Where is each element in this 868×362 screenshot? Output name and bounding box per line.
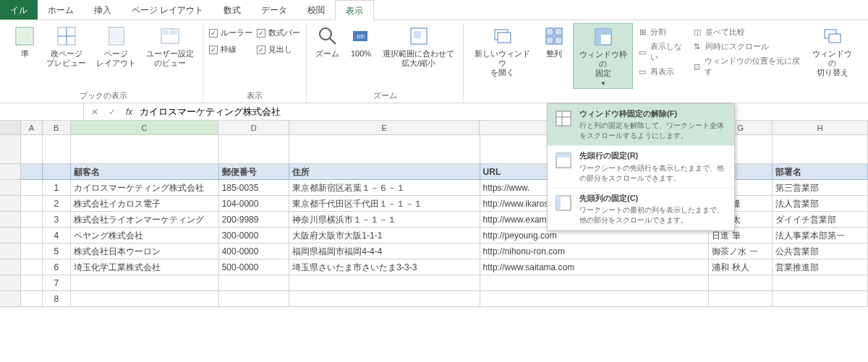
cell-postcode[interactable]: 400-0000 <box>219 244 290 259</box>
tab-page-layout[interactable]: ページ レイアウト <box>122 0 213 20</box>
col-header-a[interactable]: A <box>21 121 42 134</box>
formula-input[interactable] <box>140 106 868 117</box>
normal-view-button[interactable]: 準 <box>10 23 39 60</box>
tab-formulas[interactable]: 数式 <box>213 0 251 20</box>
col-header-d[interactable]: D <box>218 121 289 134</box>
new-window-button[interactable]: 新しいウィンドウ を開く <box>469 23 535 79</box>
col-header-h[interactable]: H <box>773 121 868 134</box>
cell-customer[interactable]: ペヤング株式会社 <box>71 228 219 244</box>
col-header-e[interactable]: E <box>289 121 480 134</box>
freeze-panes-button[interactable]: ウィンドウ枠の 固定▼ <box>573 23 633 89</box>
row-header[interactable] <box>0 228 21 244</box>
cell-address[interactable] <box>289 291 480 307</box>
cell-num[interactable]: 3 <box>43 212 71 228</box>
select-all-corner[interactable] <box>0 121 21 134</box>
split-button[interactable]: ⊞分割 <box>637 26 687 38</box>
cell-customer[interactable]: カイロスマーケティング株式会社 <box>71 180 219 196</box>
row-header[interactable] <box>0 259 21 275</box>
row-header[interactable] <box>0 291 21 307</box>
header-customer[interactable]: 顧客名 <box>71 164 219 180</box>
tab-file[interactable]: イル <box>0 0 38 20</box>
cell-customer[interactable] <box>71 275 219 291</box>
tab-home[interactable]: ホーム <box>38 0 84 20</box>
cell-address[interactable] <box>289 275 480 291</box>
cell-address[interactable]: 東京都新宿区若葉１－６－１ <box>289 180 480 196</box>
freeze-top-row-item[interactable]: 先頭行の固定(R)ワークシートの先頭行を表示したままで、他の部分をスクロールでき… <box>548 146 734 188</box>
view-side-by-side-button[interactable]: ◫並べて比較 <box>692 26 803 38</box>
cell-postcode[interactable]: 200-9989 <box>219 212 290 228</box>
zoom-100-button[interactable]: 100100% <box>346 23 375 60</box>
unfreeze-panes-item[interactable]: ウィンドウ枠固定の解除(F)行と列の固定を解除して、ワークシート全体をスクロール… <box>548 104 734 146</box>
tab-insert[interactable]: 挿入 <box>84 0 122 20</box>
cell-address[interactable]: 大阪府大阪市大阪1-1-1 <box>289 228 480 244</box>
cell-dept[interactable]: 法人営業部 <box>773 196 868 212</box>
cell-customer[interactable]: 株式会社イカロス電子 <box>71 196 219 212</box>
cell-url[interactable] <box>480 275 710 291</box>
cell-num[interactable]: 6 <box>43 259 71 275</box>
tab-view[interactable]: 表示 <box>335 0 374 20</box>
col-header-c[interactable]: C <box>71 121 219 134</box>
cell-postcode[interactable]: 104-0000 <box>219 196 290 212</box>
ruler-checkbox[interactable]: ✓ルーラー <box>209 27 252 38</box>
cell-url[interactable] <box>480 291 710 307</box>
cell-dept[interactable]: 法人事業本部第一 <box>773 228 868 244</box>
zoom-button[interactable]: ズーム <box>312 23 342 60</box>
page-break-preview-button[interactable]: 改ページ プレビュー <box>43 23 89 69</box>
enter-icon[interactable]: ✓ <box>106 107 119 117</box>
fx-label[interactable]: fx <box>123 107 135 117</box>
row-header[interactable] <box>0 180 21 196</box>
cell-num[interactable]: 1 <box>43 180 71 196</box>
cell-postcode[interactable]: 185-0035 <box>219 180 290 196</box>
cell-num[interactable]: 7 <box>43 275 71 291</box>
row-header[interactable] <box>0 196 21 212</box>
row-header[interactable] <box>0 244 21 259</box>
cell-person[interactable] <box>709 275 773 291</box>
cell-address[interactable]: 東京都千代田区千代田１－１－１ <box>289 196 480 212</box>
page-layout-view-button[interactable]: ページ レイアウト <box>93 23 139 69</box>
cell-postcode[interactable]: 300-0000 <box>219 228 290 244</box>
switch-windows-button[interactable]: ウィンドウの 切り替え <box>807 23 858 79</box>
tab-data[interactable]: データ <box>251 0 297 20</box>
cell-postcode[interactable] <box>219 275 290 291</box>
cell-person[interactable] <box>709 291 773 307</box>
cell-url[interactable]: http://nihonu-ron.com <box>480 244 710 259</box>
cell-dept[interactable]: 第三営業部 <box>773 180 868 196</box>
custom-views-button[interactable]: ユーザー設定 のビュー <box>143 23 197 69</box>
cell-postcode[interactable] <box>219 291 290 307</box>
header-address[interactable]: 住所 <box>289 164 480 180</box>
reset-window-pos-button[interactable]: ⊡ウィンドウの位置を元に戻す <box>692 55 803 78</box>
cell-postcode[interactable]: 500-0000 <box>219 259 290 275</box>
cell-num[interactable]: 8 <box>43 291 71 307</box>
cell-url[interactable]: http://www.saitama.com <box>480 259 710 275</box>
cell-dept[interactable] <box>773 291 868 307</box>
cell-num[interactable]: 2 <box>43 196 71 212</box>
arrange-all-button[interactable]: 整列 <box>540 23 569 60</box>
cell-customer[interactable]: 埼玉化学工業株式会社 <box>71 259 219 275</box>
cell-person[interactable]: 御茶ノ水 一 <box>709 244 773 259</box>
formula-bar-checkbox[interactable]: ✓数式バー <box>257 27 300 38</box>
cell-customer[interactable]: 株式会社ライオンマーケティング <box>71 212 219 228</box>
cell-address[interactable]: 福岡県福岡市福岡4-4-4 <box>289 244 480 259</box>
name-box[interactable] <box>0 103 84 120</box>
cell-dept[interactable]: ダイイチ営業部 <box>773 212 868 228</box>
cell-num[interactable]: 5 <box>43 244 71 259</box>
cell-address[interactable]: 神奈川県横浜市１－１－１ <box>289 212 480 228</box>
zoom-to-selection-button[interactable]: 選択範囲に合わせて 拡大/縮小 <box>380 23 457 69</box>
tab-review[interactable]: 校閲 <box>297 0 335 20</box>
cell-num[interactable]: 4 <box>43 228 71 244</box>
unhide-button[interactable]: ▭再表示 <box>637 66 687 78</box>
header-dept[interactable]: 部署名 <box>773 164 868 180</box>
cell-customer[interactable]: 株式会社日本ウーロン <box>71 244 219 259</box>
cell-customer[interactable] <box>71 291 219 307</box>
sync-scroll-button[interactable]: ⇅同時にスクロール <box>692 40 803 53</box>
freeze-first-col-item[interactable]: 先頭列の固定(C)ワークシートの最初の列を表示したままで、他の部分をスクロールで… <box>548 189 734 230</box>
col-header-b[interactable]: B <box>43 121 71 134</box>
headings-checkbox[interactable]: ✓見出し <box>257 44 300 55</box>
cell-dept[interactable]: 公共営業部 <box>773 244 868 259</box>
cell-address[interactable]: 埼玉県さいたま市さいたま3-3-3 <box>289 259 480 275</box>
cell-person[interactable]: 浦和 秋人 <box>709 259 773 275</box>
cancel-icon[interactable]: ✕ <box>88 107 101 117</box>
hide-button[interactable]: ▭表示しない <box>637 40 687 64</box>
header-postcode[interactable]: 郵便番号 <box>219 164 290 180</box>
row-header[interactable] <box>0 275 21 291</box>
